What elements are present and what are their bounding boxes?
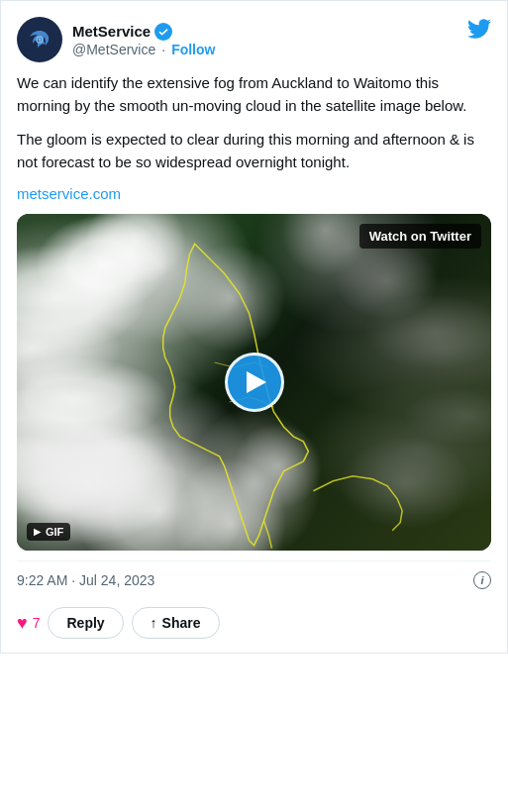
tweet-para2: The gloom is expected to clear during th…: [17, 129, 491, 173]
info-icon[interactable]: i: [473, 571, 491, 589]
play-button[interactable]: [225, 353, 284, 412]
gif-badge: ▶ GIF: [27, 523, 70, 541]
like-action[interactable]: ♥ 7: [17, 613, 40, 634]
dot-separator: ·: [161, 42, 165, 57]
share-button[interactable]: ↑ Share: [132, 607, 220, 639]
svg-point-2: [39, 39, 42, 42]
like-count: 7: [33, 615, 41, 631]
share-icon: ↑: [151, 615, 157, 631]
avatar-logo: [25, 25, 54, 54]
tweet-header: MetService @MetService · Follow: [17, 17, 491, 62]
twitter-bird-icon: [467, 17, 491, 41]
reply-button[interactable]: Reply: [48, 607, 123, 639]
tweet-body: We can identify the extensive fog from A…: [17, 72, 491, 173]
gif-play-icon: ▶: [34, 527, 41, 537]
tweet-footer: 9:22 AM · Jul 24, 2023 i: [17, 560, 491, 599]
user-handle: @MetService: [72, 42, 155, 57]
tweet-para1: We can identify the extensive fog from A…: [17, 72, 491, 117]
timestamp: 9:22 AM · Jul 24, 2023: [17, 572, 154, 588]
twitter-logo: [467, 17, 491, 45]
user-handle-row: @MetService · Follow: [72, 42, 215, 57]
tweet-link[interactable]: metservice.com: [17, 185, 491, 202]
header-left: MetService @MetService · Follow: [17, 17, 215, 62]
follow-link[interactable]: Follow: [171, 42, 215, 57]
user-info: MetService @MetService · Follow: [72, 23, 215, 57]
avatar[interactable]: [17, 17, 62, 62]
user-name: MetService: [72, 23, 151, 40]
action-bar: ♥ 7 Reply ↑ Share: [17, 599, 491, 653]
gif-label: GIF: [46, 526, 63, 538]
heart-icon: ♥: [17, 613, 28, 634]
user-name-row: MetService: [72, 23, 215, 41]
verified-icon: [154, 23, 172, 41]
satellite-image: Watch on Twitter ▶ GIF: [17, 214, 491, 551]
media-container[interactable]: Watch on Twitter ▶ GIF: [17, 214, 491, 551]
info-label: i: [480, 574, 483, 586]
svg-point-3: [154, 23, 172, 41]
share-label: Share: [162, 615, 201, 631]
play-triangle-icon: [247, 371, 266, 393]
tweet-card: MetService @MetService · Follow: [0, 0, 508, 654]
watch-label: Watch on Twitter: [359, 224, 481, 249]
